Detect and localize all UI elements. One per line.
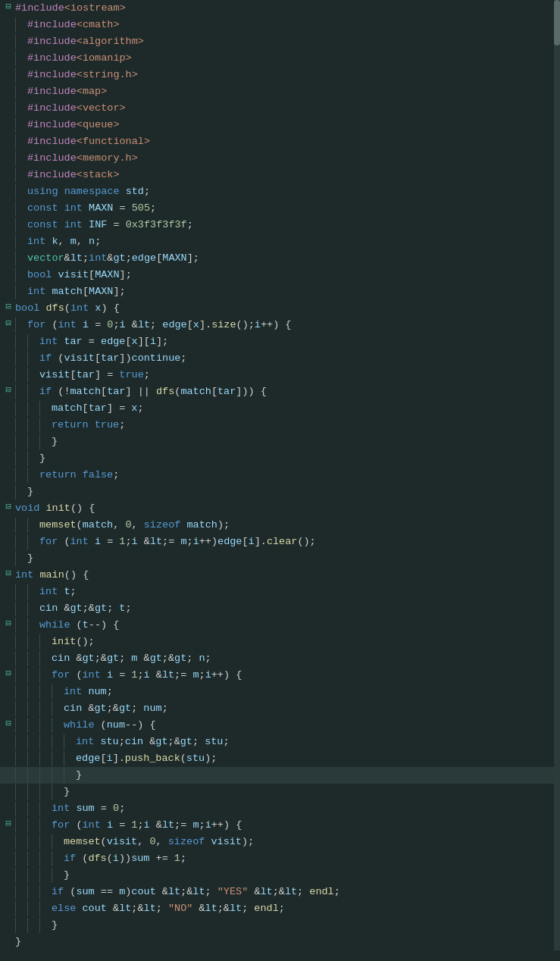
code-text: } <box>14 451 560 466</box>
code-text: #include<stack> <box>14 167 560 183</box>
code-line: } <box>0 450 560 467</box>
code-text: bool dfs(int x) { <box>14 301 560 316</box>
code-line: } <box>0 434 560 450</box>
code-line: int sum = 0; <box>0 800 560 817</box>
code-line: const int MAXN = 505; <box>0 200 560 217</box>
code-text: #include<algorithm> <box>14 34 560 49</box>
fold-icon[interactable]: ⊟ <box>3 301 14 312</box>
code-text: } <box>14 768 560 783</box>
code-line: int match[MAXN]; <box>0 283 560 300</box>
code-line: for (int i = 1;i &lt;= m;i++)edge[i].cle… <box>0 534 560 550</box>
code-text: cin &gt;&gt; num; <box>14 701 560 716</box>
code-text: #include<vector> <box>14 101 560 116</box>
code-line: int tar = edge[x][i]; <box>0 333 560 350</box>
code-line: memset(visit, 0, sizeof visit); <box>0 834 560 850</box>
code-line: else cout &lt;&lt; "NO" &lt;&lt; endl; <box>0 900 560 917</box>
code-line: cin &gt;&gt; t; <box>0 600 560 617</box>
code-line: const int INF = 0x3f3f3f3f; <box>0 217 560 233</box>
code-text: } <box>14 551 560 566</box>
code-line: #include<algorithm> <box>0 33 560 50</box>
fold-icon[interactable]: ⊟ <box>3 1 14 12</box>
code-line: ⊟bool dfs(int x) { <box>0 300 560 317</box>
code-line: match[tar] = x; <box>0 400 560 417</box>
code-text: for (int i = 1;i &lt;= m;i++) { <box>14 818 560 833</box>
code-text: if (dfs(i))sum += 1; <box>14 851 560 866</box>
code-line: int num; <box>0 684 560 700</box>
code-line: ⊟ for (int i = 0;i &lt; edge[x].size();i… <box>0 317 560 333</box>
code-text: memset(visit, 0, sizeof visit); <box>14 834 560 850</box>
code-line: #include<memory.h> <box>0 150 560 167</box>
code-text: const int INF = 0x3f3f3f3f; <box>14 218 560 233</box>
code-line: } <box>0 784 560 800</box>
code-line: if (dfs(i))sum += 1; <box>0 850 560 867</box>
code-text: #include<iostream> <box>14 1 560 16</box>
code-text: return true; <box>14 418 560 433</box>
code-editor: ⊟#include<iostream> #include<cmath> #inc… <box>0 0 560 950</box>
fold-icon[interactable]: ⊟ <box>3 384 14 396</box>
code-text: } <box>14 918 560 933</box>
code-line: memset(match, 0, sizeof match); <box>0 517 560 534</box>
code-line: visit[tar] = true; <box>0 367 560 383</box>
code-text: for (int i = 0;i &lt; edge[x].size();i++… <box>14 318 560 333</box>
fold-icon[interactable]: ⊟ <box>3 818 14 829</box>
code-text: edge[i].push_back(stu); <box>14 751 560 766</box>
fold-icon[interactable]: ⊟ <box>3 501 14 512</box>
code-line: if (sum == m)cout &lt;&lt; "YES" &lt;&lt… <box>0 884 560 900</box>
code-text: #include<map> <box>14 84 560 99</box>
code-text: #include<iomanip> <box>14 51 560 66</box>
fold-icon[interactable]: ⊟ <box>3 668 14 679</box>
code-line: int stu;cin &gt;&gt; stu; <box>0 734 560 750</box>
code-line: #include<stack> <box>0 167 560 183</box>
code-line: edge[i].push_back(stu); <box>0 750 560 767</box>
code-text: cin &gt;&gt; m &gt;&gt; n; <box>14 651 560 666</box>
code-text: match[tar] = x; <box>14 401 560 416</box>
code-text: bool visit[MAXN]; <box>14 268 560 283</box>
code-text: visit[tar] = true; <box>14 368 560 383</box>
code-text: if (visit[tar])continue; <box>14 351 560 366</box>
code-text: } <box>14 484 560 499</box>
code-text: #include<string.h> <box>14 67 560 83</box>
code-text: const int MAXN = 505; <box>14 201 560 216</box>
code-text: int main() { <box>14 568 560 583</box>
fold-icon[interactable]: ⊟ <box>3 618 14 629</box>
code-line: #include<map> <box>0 83 560 100</box>
code-text: int num; <box>14 684 560 700</box>
code-line: ⊟#include<iostream> <box>0 0 560 17</box>
code-line: int t; <box>0 584 560 600</box>
code-line: #include<functional> <box>0 133 560 150</box>
code-text: int stu;cin &gt;&gt; stu; <box>14 734 560 750</box>
code-text: #include<memory.h> <box>14 151 560 166</box>
code-line: } <box>0 934 560 950</box>
code-line: ⊟ while (num--) { <box>0 717 560 734</box>
code-line: ⊟void init() { <box>0 500 560 517</box>
code-text: } <box>14 868 560 883</box>
code-text: #include<functional> <box>14 134 560 149</box>
fold-icon[interactable]: ⊟ <box>3 568 14 579</box>
code-text: while (t--) { <box>14 618 560 633</box>
code-line: ⊟ for (int i = 1;i &lt;= m;i++) { <box>0 667 560 684</box>
code-line: ⊟int main() { <box>0 567 560 584</box>
code-text: else cout &lt;&lt; "NO" &lt;&lt; endl; <box>14 901 560 916</box>
code-text: if (!match[tar] || dfs(match[tar])) { <box>14 384 560 399</box>
code-line: int k, m, n; <box>0 233 560 250</box>
code-text: for (int i = 1;i &lt;= m;i++)edge[i].cle… <box>14 534 560 549</box>
scrollbar[interactable] <box>554 0 560 950</box>
code-text: int k, m, n; <box>14 234 560 249</box>
code-text: using namespace std; <box>14 184 560 199</box>
code-line: cin &gt;&gt; m &gt;&gt; n; <box>0 650 560 667</box>
code-line: vector&lt;int&gt;edge[MAXN]; <box>0 250 560 267</box>
scrollbar-thumb[interactable] <box>554 0 560 45</box>
code-line: bool visit[MAXN]; <box>0 267 560 283</box>
code-line: #include<cmath> <box>0 17 560 33</box>
code-line: #include<queue> <box>0 117 560 133</box>
fold-icon[interactable]: ⊟ <box>3 318 14 329</box>
code-line: } <box>0 484 560 500</box>
code-text: #include<cmath> <box>14 17 560 33</box>
code-text: init(); <box>14 634 560 650</box>
fold-icon[interactable]: ⊟ <box>3 718 14 729</box>
code-line: using namespace std; <box>0 183 560 200</box>
code-line: } <box>0 917 560 934</box>
code-text: } <box>14 934 560 950</box>
code-text: #include<queue> <box>14 117 560 133</box>
code-text: int t; <box>14 584 560 599</box>
